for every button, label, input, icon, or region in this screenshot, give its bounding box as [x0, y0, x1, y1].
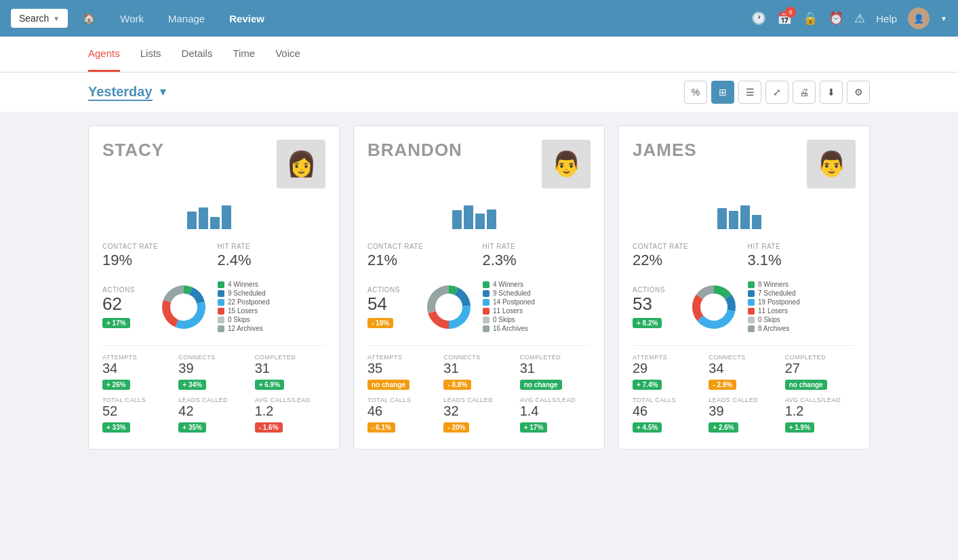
legend-dot — [483, 290, 490, 297]
legend-label: 8 Archives — [758, 325, 789, 332]
agent-photo: 👩 — [277, 140, 325, 188]
completed-block: COMPLETED 31 no change — [520, 354, 591, 390]
download-button[interactable]: ⬇ — [820, 81, 843, 104]
connects-block: CONNECTS 39 + 34% — [178, 354, 249, 390]
contact-rate-label: CONTACT RATE — [367, 243, 476, 250]
search-button[interactable]: Search ▼ — [11, 9, 68, 28]
legend-label: 9 Scheduled — [493, 289, 531, 297]
tab-details[interactable]: Details — [182, 37, 213, 72]
print-button[interactable]: 🖨 — [793, 81, 816, 104]
nav-work[interactable]: Work — [111, 13, 153, 24]
donut-chart — [157, 280, 211, 334]
date-selector[interactable]: Yesterday ▼ — [88, 84, 168, 101]
tab-time[interactable]: Time — [233, 37, 255, 72]
settings-button[interactable]: ⚙ — [847, 81, 870, 104]
date-dropdown-icon: ▼ — [158, 86, 169, 98]
mini-bar — [222, 205, 231, 229]
tab-lists[interactable]: Lists — [140, 37, 161, 72]
legend-dot — [748, 290, 755, 297]
clock-icon[interactable]: ⏰ — [829, 11, 843, 26]
list-button[interactable]: ☰ — [738, 81, 761, 104]
legend-label: 16 Archives — [493, 325, 528, 332]
legend-item: 9 Scheduled — [218, 289, 325, 297]
legend-item: 8 Archives — [748, 325, 856, 332]
expand-button[interactable]: ⤢ — [765, 81, 789, 104]
legend-item: 0 Skips — [218, 316, 325, 323]
tab-voice[interactable]: Voice — [275, 37, 300, 72]
total-calls-value: 46 — [367, 403, 438, 419]
attempts-label: ATTEMPTS — [102, 354, 173, 361]
completed-label: COMPLETED — [520, 354, 591, 361]
percent-button[interactable]: % — [684, 81, 707, 104]
calendar-icon[interactable]: 📅 6 — [777, 11, 792, 26]
completed-value: 27 — [785, 361, 856, 376]
connects-label: CONNECTS — [708, 354, 779, 361]
legend-item: 11 Losers — [748, 307, 856, 315]
legend-label: 11 Losers — [493, 307, 523, 315]
agent-card: BRANDON 👨 CONTACT RATE 21% HIT RATE 2.3%… — [353, 125, 605, 449]
legend-item: 4 Winners — [483, 281, 591, 288]
legend-item: 11 Losers — [483, 307, 591, 315]
legend-item: 0 Skips — [483, 316, 591, 323]
grid-button[interactable]: ⊞ — [711, 81, 734, 104]
legend-label: 22 Postponed — [228, 298, 270, 306]
contact-rate-label: CONTACT RATE — [633, 243, 741, 250]
legend: 4 Winners 9 Scheduled 14 Postponed 11 Lo… — [483, 281, 591, 334]
hit-rate-block: HIT RATE 3.1% — [748, 243, 856, 269]
completed-value: 31 — [520, 361, 591, 376]
donut-chart — [422, 280, 476, 334]
toolbar-right: % ⊞ ☰ ⤢ 🖨 ⬇ ⚙ — [684, 81, 870, 104]
legend-dot — [218, 325, 224, 332]
stats-row-2: TOTAL CALLS 46 - 6.1% LEADS CALLED 32 - … — [367, 397, 591, 433]
legend-dot — [483, 317, 490, 323]
attempts-value: 34 — [102, 361, 173, 376]
avg-calls-change: + 1.9% — [785, 422, 814, 433]
actions-change-badge: + 17% — [102, 318, 130, 328]
legend-item: 15 Losers — [218, 307, 325, 315]
legend-label: 11 Losers — [758, 307, 788, 315]
history-icon[interactable]: 🕐 — [751, 11, 766, 26]
actions-change-badge: - 10% — [367, 318, 393, 328]
actions-title: ACTIONS — [102, 286, 150, 294]
legend-dot — [748, 308, 755, 315]
nav-review[interactable]: Review — [220, 13, 274, 24]
attempts-change: no change — [367, 380, 410, 390]
stats-row-2: TOTAL CALLS 52 + 33% LEADS CALLED 42 + 3… — [102, 397, 325, 433]
actions-section: ACTIONS 54 - 10% 4 Winners 9 Scheduled 1… — [367, 280, 591, 334]
total-calls-label: TOTAL CALLS — [633, 397, 703, 403]
help-link[interactable]: Help — [876, 13, 897, 24]
legend-dot — [483, 299, 490, 306]
completed-label: COMPLETED — [255, 354, 325, 361]
agent-photo: 👨 — [542, 140, 591, 188]
attempts-label: ATTEMPTS — [633, 354, 703, 361]
leads-called-change: - 20% — [443, 422, 469, 433]
connects-change: - 8.8% — [443, 380, 471, 390]
nav-manage[interactable]: Manage — [159, 13, 214, 24]
agent-name: JAMES — [633, 140, 697, 161]
lock-icon[interactable]: 🔒 — [803, 11, 818, 26]
connects-label: CONNECTS — [178, 354, 249, 361]
legend-dot — [483, 281, 490, 288]
alert-icon[interactable]: ⚠ — [854, 11, 865, 26]
sub-nav: Agents Lists Details Time Voice — [0, 37, 958, 73]
actions-left: ACTIONS 53 + 8.2% — [633, 286, 680, 328]
avg-calls-block: AVG CALLS/LEAD 1.2 + 1.9% — [785, 397, 856, 433]
total-calls-block: TOTAL CALLS 46 - 6.1% — [367, 397, 438, 433]
legend-item: 4 Winners — [218, 281, 325, 288]
hit-rate-label: HIT RATE — [483, 243, 591, 250]
agent-card: STACY 👩 CONTACT RATE 19% HIT RATE 2.4% A… — [88, 125, 340, 449]
total-calls-change: + 33% — [102, 422, 130, 433]
stats-section: ATTEMPTS 35 no change CONNECTS 31 - 8.8%… — [367, 345, 591, 433]
nav-home-icon[interactable]: 🏠 — [73, 12, 105, 24]
mini-bar — [199, 207, 208, 229]
user-menu-arrow[interactable]: ▼ — [940, 15, 947, 22]
connects-value: 39 — [178, 361, 249, 376]
actions-title: ACTIONS — [367, 286, 415, 294]
avatar[interactable]: 👤 — [908, 7, 930, 29]
tab-agents[interactable]: Agents — [88, 37, 120, 72]
donut-chart — [687, 280, 741, 334]
toolbar: Yesterday ▼ % ⊞ ☰ ⤢ 🖨 ⬇ ⚙ — [0, 73, 958, 112]
hit-rate-block: HIT RATE 2.4% — [218, 243, 326, 269]
attempts-block: ATTEMPTS 29 + 7.4% — [633, 354, 703, 390]
mini-chart — [717, 202, 772, 229]
